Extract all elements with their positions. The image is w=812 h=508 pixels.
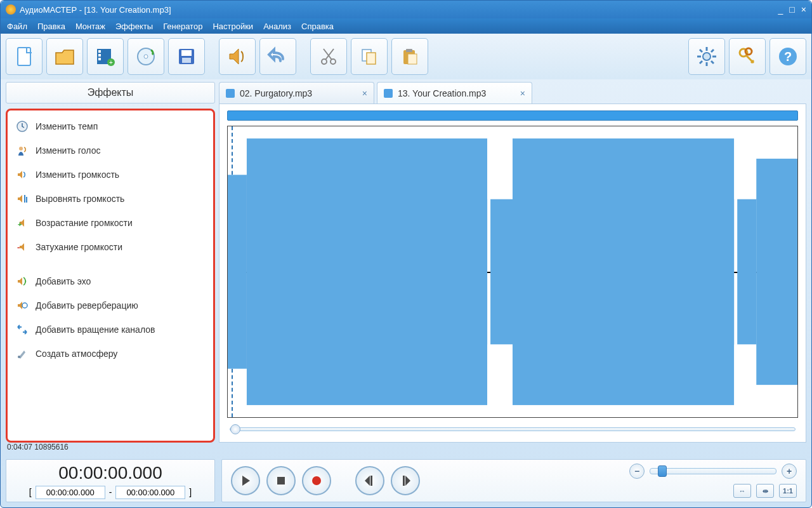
import-cd-button[interactable]	[128, 38, 164, 75]
svg-rect-56	[277, 477, 285, 485]
zoom-thumb[interactable]	[230, 424, 240, 434]
overview-bar[interactable]	[227, 110, 798, 121]
svg-line-24	[700, 50, 702, 52]
waveform-area	[219, 104, 806, 443]
effects-panel: Изменить темп Изменить голос Изменить гр…	[6, 109, 215, 443]
svg-rect-2	[98, 50, 101, 53]
svg-point-57	[312, 476, 321, 485]
svg-point-39	[18, 356, 20, 358]
svg-rect-34	[24, 195, 25, 203]
window-title: АудиоМАСТЕР - [13. Your Creation.mp3]	[20, 5, 778, 15]
prev-track-button[interactable]	[355, 466, 384, 495]
svg-rect-54	[487, 345, 513, 410]
time-range: [ - ]	[29, 486, 192, 499]
effect-label: Добавить реверберацию	[36, 300, 138, 311]
next-track-button[interactable]	[391, 466, 420, 495]
fadein-icon: +	[15, 216, 29, 230]
menubar: Файл Правка Монтаж Эффекты Генератор Нас…	[1, 18, 811, 34]
transport-panel: − + ↔ ⇹ 1:1	[221, 459, 806, 502]
undo-button[interactable]	[259, 38, 296, 75]
effect-fade-out[interactable]: -Затухание громкости	[9, 235, 212, 259]
new-file-button[interactable]	[6, 38, 43, 75]
svg-rect-58	[370, 476, 372, 486]
left-column: Эффекты Изменить темп Изменить голос Изм…	[6, 82, 215, 443]
tab-label: 02. Purgatory.mp3	[240, 88, 357, 98]
menu-generator[interactable]: Генератор	[163, 22, 202, 31]
svg-rect-55	[734, 345, 756, 410]
svg-text:+: +	[18, 220, 22, 228]
minimize-button[interactable]: _	[778, 4, 783, 15]
bottom-controls: 00:00:00.000 [ - ] − +	[1, 454, 811, 507]
zoom-slider-thumb[interactable]	[658, 465, 667, 477]
keys-button[interactable]	[729, 38, 766, 75]
stop-button[interactable]	[266, 466, 296, 495]
app-window: АудиоМАСТЕР - [13. Your Creation.mp3] _ …	[0, 0, 812, 508]
horizontal-zoom-slider-row	[227, 423, 798, 436]
effect-label: Изменить голос	[36, 145, 100, 156]
zoom-in-button[interactable]: +	[782, 464, 797, 479]
record-button[interactable]	[302, 466, 331, 495]
zoom-slider[interactable]	[650, 468, 776, 474]
menu-settings[interactable]: Настройки	[213, 22, 253, 31]
effect-channel-rotation[interactable]: Добавить вращение каналов	[9, 318, 212, 342]
save-button[interactable]	[168, 38, 205, 75]
svg-rect-42	[490, 199, 513, 272]
main-area: Эффекты Изменить темп Изменить голос Изм…	[1, 79, 811, 443]
fit-selection-button[interactable]: ⇹	[756, 484, 774, 498]
time-from-input[interactable]	[36, 486, 105, 499]
help-button[interactable]: ?	[769, 38, 806, 75]
effect-add-echo[interactable]: Добавить эхо	[9, 269, 212, 293]
volume-effects-button[interactable]	[219, 38, 256, 75]
svg-point-38	[22, 303, 27, 308]
close-button[interactable]: ×	[801, 4, 806, 15]
channel-rotation-icon	[15, 323, 29, 337]
time-current: 00:00:00.000	[58, 463, 162, 483]
effect-fade-in[interactable]: +Возрастание громкости	[9, 211, 212, 235]
settings-button[interactable]	[688, 38, 725, 75]
menu-file[interactable]: Файл	[7, 22, 27, 31]
effect-label: Возрастание громкости	[36, 218, 133, 228]
effect-label: Изменить громкость	[36, 170, 119, 180]
menu-help[interactable]: Справка	[301, 22, 334, 31]
effect-change-volume[interactable]: Изменить громкость	[9, 163, 212, 187]
menu-montage[interactable]: Монтаж	[75, 22, 105, 31]
menu-edit[interactable]: Правка	[37, 22, 65, 31]
tab-close-icon[interactable]: ×	[362, 88, 367, 98]
zoom-1to1-button[interactable]: 1:1	[779, 484, 797, 498]
zoom-out-button[interactable]: −	[629, 464, 645, 479]
effect-label: Добавить эхо	[36, 276, 91, 286]
zoom-controls: − + ↔ ⇹ 1:1	[629, 464, 797, 498]
fit-width-button[interactable]: ↔	[733, 484, 751, 498]
time-to-input[interactable]	[115, 486, 185, 499]
svg-point-19	[703, 53, 710, 60]
open-folder-button[interactable]	[46, 38, 83, 75]
effect-change-tempo[interactable]: Изменить темп	[9, 114, 212, 138]
effects-list[interactable]: Изменить темп Изменить голос Изменить гр…	[9, 114, 212, 437]
effect-change-voice[interactable]: Изменить голос	[9, 138, 212, 163]
tab-your-creation[interactable]: 13. Your Creation.mp3 ×	[377, 82, 532, 104]
cut-button[interactable]	[310, 38, 347, 75]
copy-button[interactable]	[351, 38, 388, 75]
menu-effects[interactable]: Эффекты	[115, 22, 153, 31]
horizontal-zoom-slider[interactable]	[230, 427, 796, 431]
paste-button[interactable]	[391, 38, 428, 75]
svg-rect-40	[228, 175, 247, 272]
effect-add-reverb[interactable]: Добавить реверберацию	[9, 293, 212, 318]
statusbar: 0:04:07 10895616	[1, 443, 811, 454]
svg-rect-53	[734, 135, 756, 199]
waveform-canvas[interactable]	[227, 126, 798, 418]
audio-file-icon	[384, 89, 393, 98]
reverb-icon	[15, 298, 29, 312]
time-range-sep: -	[109, 487, 112, 497]
svg-text:-: -	[17, 243, 20, 252]
menu-analysis[interactable]: Анализ	[263, 22, 291, 31]
tab-close-icon[interactable]: ×	[520, 88, 525, 98]
tab-purgatory[interactable]: 02. Purgatory.mp3 ×	[219, 82, 374, 104]
app-icon	[6, 4, 16, 15]
svg-rect-46	[228, 272, 247, 369]
maximize-button[interactable]: □	[789, 4, 794, 15]
import-video-button[interactable]: +	[87, 38, 124, 75]
effect-create-atmosphere[interactable]: Создать атмосферу	[9, 342, 212, 366]
play-button[interactable]	[231, 466, 260, 495]
effect-normalize-volume[interactable]: Выровнять громкость	[9, 187, 212, 211]
